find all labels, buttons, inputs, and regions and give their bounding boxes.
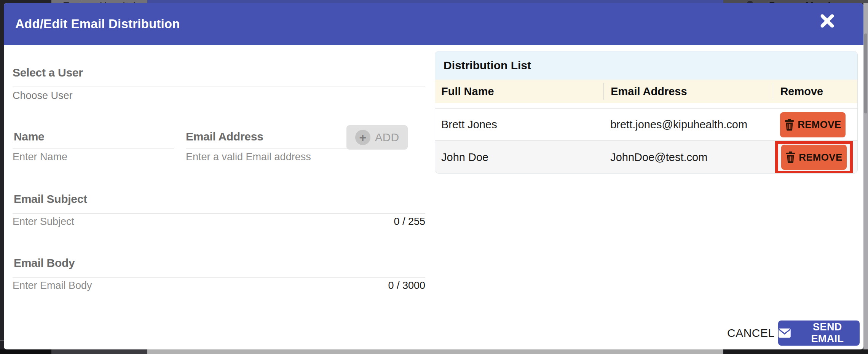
table-header-row: Full Name Email Address Remove — [435, 80, 857, 103]
annotation-highlight-box: REMOVE — [775, 141, 853, 174]
background-bottom-edge — [147, 349, 723, 354]
background-bottom-edge — [723, 349, 868, 354]
name-input[interactable] — [13, 151, 174, 163]
modal-header: Add/Edit Email Distribution — [4, 3, 863, 45]
background-left-edge — [0, 3, 4, 349]
name-underline — [13, 148, 174, 148]
subject-underline — [13, 213, 425, 214]
background-bottom-edge — [51, 349, 147, 354]
row-full-name: Brett Jones — [435, 118, 603, 131]
background-navbar-fragment: Bronze Member — [723, 0, 868, 3]
row-full-name: John Doe — [435, 151, 603, 164]
column-email-address: Email Address — [603, 83, 773, 100]
remove-button-label: REMOVE — [799, 151, 842, 163]
email-distribution-modal: Add/Edit Email Distribution Select a Use… — [4, 3, 863, 349]
select-user-label: Select a User — [13, 66, 83, 79]
send-email-label: SEND EMAIL — [795, 321, 860, 345]
background-bottom-edge — [0, 349, 51, 354]
remove-button[interactable]: REMOVE — [780, 112, 846, 137]
remove-button[interactable]: REMOVE — [781, 145, 847, 170]
trash-icon — [786, 151, 795, 163]
table-row: John Doe JohnDoe@test.com — [435, 140, 857, 174]
send-email-button[interactable]: SEND EMAIL — [778, 321, 860, 346]
screen: Eastern Hospital Bronze Member Add/Edit … — [0, 0, 868, 354]
distribution-list-panel: Distribution List Full Name Email Addres… — [435, 51, 858, 174]
subject-input[interactable] — [13, 216, 394, 228]
email-label: Email Address — [186, 130, 263, 143]
modal-title: Add/Edit Email Distribution — [15, 17, 180, 31]
plus-icon: + — [355, 130, 370, 145]
table-row: Brett Jones brett.jones@kipuhealth.com R… — [435, 108, 857, 140]
body-char-counter: 0 / 3000 — [388, 280, 425, 292]
background-scrollbar[interactable] — [863, 3, 868, 349]
envelope-icon — [778, 328, 791, 338]
column-full-name: Full Name — [435, 83, 603, 100]
add-button[interactable]: + ADD — [346, 125, 408, 150]
background-facility-label: Eastern Hospital — [63, 0, 136, 3]
background-member-label: Bronze Member — [769, 0, 843, 3]
select-user-underline — [13, 86, 425, 86]
scrollbar-thumb[interactable] — [864, 33, 867, 113]
user-select[interactable]: Choose User — [13, 90, 73, 102]
row-email: brett.jones@kipuhealth.com — [603, 118, 773, 131]
background-page-edge — [147, 0, 723, 3]
close-button[interactable] — [819, 12, 836, 30]
table-spacer — [435, 103, 857, 108]
email-underline — [186, 148, 347, 148]
row-email: JohnDoe@test.com — [603, 151, 773, 164]
trash-icon — [785, 119, 794, 131]
subject-char-counter: 0 / 255 — [394, 216, 425, 228]
remove-button-label: REMOVE — [798, 119, 841, 131]
background-page-edge — [0, 0, 51, 3]
subject-label: Email Subject — [14, 193, 87, 206]
body-label: Email Body — [14, 257, 75, 269]
cancel-button[interactable]: CANCEL — [722, 324, 780, 342]
distribution-list-title: Distribution List — [444, 59, 531, 72]
name-label: Name — [14, 130, 45, 143]
body-input[interactable] — [13, 280, 388, 292]
column-remove: Remove — [773, 83, 857, 100]
body-underline — [13, 277, 425, 277]
close-icon — [819, 13, 835, 29]
background-tab-fragment: Eastern Hospital — [51, 0, 147, 3]
distribution-list-header: Distribution List — [435, 51, 857, 80]
email-input[interactable] — [186, 151, 347, 163]
add-button-label: ADD — [375, 131, 399, 144]
